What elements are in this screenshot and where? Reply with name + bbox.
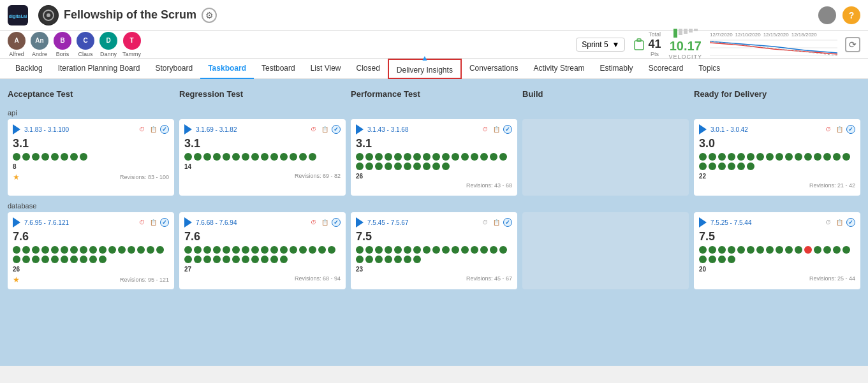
- card-api-performance-header: 3.1.43 - 3.1.68 ⏱ 📋 ✓: [356, 124, 512, 134]
- card-num-api-reg: 3.1: [184, 137, 341, 150]
- star-icon-api-acc: ★: [13, 173, 20, 182]
- tab-taskboard[interactable]: Taskboard: [200, 59, 254, 79]
- card-db-performance-header: 7.5.45 - 7.5.67 ⏱ 📋 ✓: [356, 217, 512, 228]
- card-version-range-db-reg: 7.6.68 - 7.6.94: [196, 219, 237, 226]
- doc-icon-api-ready: 📋: [835, 125, 844, 134]
- card-db-ready-header: 7.5.25 - 7.5.44 ⏱ 📋 ✓: [699, 217, 855, 228]
- tab-scorecard[interactable]: Scorecard: [641, 59, 691, 79]
- tab-list-view[interactable]: List View: [303, 59, 349, 79]
- pts-block: Total 41 Pts: [633, 31, 661, 57]
- card-version-range-db-acc: 7.6.95 - 7.6.121: [24, 219, 69, 226]
- section-database-row: 7.6.95 - 7.6.121 ⏱ 📋 ✓ 7.6 26 ★ Revision…: [8, 212, 860, 292]
- doc-icon-db-perf: 📋: [492, 218, 501, 227]
- card-revisions-api-reg: Revisions: 69 - 82: [295, 173, 341, 179]
- avatar-alfred-img: A: [8, 32, 26, 50]
- help-icon[interactable]: ?: [842, 6, 860, 24]
- digital-ai-logo: digital.ai: [8, 5, 28, 25]
- pts-suffix: Pts: [651, 51, 659, 57]
- pts-value-block: Total 41 Pts: [648, 31, 661, 57]
- sprint-dropdown[interactable]: Sprint 5 ▼: [576, 38, 625, 52]
- avatar-danny-img: D: [99, 32, 117, 50]
- avatar-danny[interactable]: D Danny: [99, 32, 117, 57]
- dots-api-perf: [356, 153, 512, 170]
- card-api-build-empty: [522, 119, 689, 196]
- tab-storyboard[interactable]: Storyboard: [147, 59, 200, 79]
- card-footer-db-perf: Revisions: 45 - 67: [356, 275, 512, 282]
- card-num-api-acc: 3.1: [13, 137, 169, 150]
- card-version-range-api-reg: 3.1.69 - 3.1.82: [196, 126, 237, 133]
- col-header-build: Build: [522, 87, 689, 101]
- avatar-claus-label: Claus: [78, 51, 92, 57]
- card-api-performance[interactable]: 3.1.43 - 3.1.68 ⏱ 📋 ✓ 3.1 26 Revisions: …: [351, 119, 517, 196]
- card-db-regression[interactable]: 7.6.68 - 7.6.94 ⏱ 📋 ✓ 7.6 27 Revisions: …: [179, 212, 346, 289]
- clock-icon-db-reg: ⏱: [309, 218, 318, 227]
- svg-text:digital.ai: digital.ai: [9, 14, 27, 19]
- dots-db-ready: [699, 246, 855, 263]
- card-api-regression-header: 3.1.69 - 3.1.82 ⏱ 📋 ✓: [184, 124, 341, 134]
- col-header-ready-for-delivery: Ready for Delivery: [694, 87, 860, 101]
- sprint-selector: Sprint 5 ▼ Total 41 Pts 10.17 VEL: [576, 29, 860, 60]
- card-db-ready[interactable]: 7.5.25 - 7.5.44 ⏱ 📋 ✓ 7.5 20 Revisions: …: [694, 212, 860, 289]
- avatar-boris-img: B: [54, 32, 71, 50]
- card-footer-api-reg: Revisions: 69 - 82: [184, 173, 341, 179]
- main-board: Acceptance Test Regression Test Performa…: [0, 79, 868, 366]
- card-api-acceptance[interactable]: 3.1.83 - 3.1.100 ⏱ 📋 ✓ 3.1 8 ★ Revisions…: [8, 119, 174, 196]
- check-icon-db-reg: ✓: [332, 218, 341, 227]
- check-icon-api-acc: ✓: [160, 125, 169, 134]
- avatar-boris[interactable]: B Boris: [54, 32, 71, 57]
- tab-activity-stream[interactable]: Activity Stream: [526, 59, 592, 79]
- svg-rect-6: [637, 39, 641, 41]
- card-icons-db-acc: ⏱ 📋 ✓: [137, 218, 169, 227]
- tab-conversations[interactable]: Conversations: [462, 59, 526, 79]
- tab-delivery-insights[interactable]: ▲ Delivery Insights: [388, 59, 462, 79]
- card-revisions-api-ready: Revisions: 21 - 42: [809, 182, 855, 189]
- settings-icon[interactable]: ⚙: [202, 8, 217, 23]
- card-icons-db-reg: ⏱ 📋 ✓: [309, 218, 341, 227]
- card-footer-db-reg: Revisions: 68 - 94: [184, 275, 341, 282]
- card-icons-db-ready: ⏱ 📋 ✓: [823, 218, 855, 227]
- card-revisions-api-acc: Revisions: 83 - 100: [120, 174, 169, 180]
- doc-icon-db-reg: 📋: [320, 218, 329, 227]
- dots-db-reg: [184, 246, 341, 263]
- doc-icon-api-acc: 📋: [149, 125, 158, 134]
- card-revisions-db-acc: Revisions: 95 - 121: [120, 277, 169, 283]
- card-api-regression[interactable]: 3.1.69 - 3.1.82 ⏱ 📋 ✓ 3.1 14 Revisions: …: [179, 119, 346, 196]
- avatar-alfred[interactable]: A Alfred: [8, 32, 26, 57]
- avatar-andre-img: An: [31, 32, 48, 50]
- avatar-andre[interactable]: An Andre: [31, 32, 48, 57]
- card-version-range-api-perf: 3.1.43 - 3.1.68: [367, 126, 409, 133]
- tab-estimably[interactable]: Estimably: [592, 59, 641, 79]
- check-icon-api-ready: ✓: [846, 125, 855, 134]
- card-revisions-api-perf: Revisions: 43 - 68: [466, 182, 512, 189]
- avatar-tammy[interactable]: T Tammy: [122, 32, 141, 57]
- avatar-tammy-label: Tammy: [122, 51, 141, 57]
- tab-backlog[interactable]: Backlog: [8, 59, 50, 79]
- logo-area: digital.ai: [8, 5, 28, 25]
- star-icon-db-acc: ★: [13, 275, 20, 284]
- sprint-chevron: ▼: [612, 40, 620, 49]
- card-num-db-perf: 7.5: [356, 230, 512, 243]
- card-num-api-ready: 3.0: [699, 137, 855, 150]
- section-api-label: api: [8, 105, 860, 119]
- card-icons-api-reg: ⏱ 📋 ✓: [309, 125, 341, 134]
- doc-icon-api-reg: 📋: [320, 125, 329, 134]
- card-db-acceptance[interactable]: 7.6.95 - 7.6.121 ⏱ 📋 ✓ 7.6 26 ★ Revision…: [8, 212, 174, 289]
- avatar-andre-label: Andre: [32, 51, 47, 57]
- card-version-range-api-acc: 3.1.83 - 3.1.100: [24, 126, 69, 133]
- pts-number: 41: [648, 38, 661, 51]
- card-footer-api-acc: ★ Revisions: 83 - 100: [13, 173, 169, 182]
- tab-topics[interactable]: Topics: [691, 59, 728, 79]
- tab-closed[interactable]: Closed: [348, 59, 387, 79]
- card-db-performance[interactable]: 7.5.45 - 7.5.67 ⏱ 📋 ✓ 7.5 23 Revisions: …: [351, 212, 517, 289]
- card-api-ready[interactable]: 3.0.1 - 3.0.42 ⏱ 📋 ✓ 3.0 22 Revisions: 2…: [694, 119, 860, 196]
- avatar-claus-img: C: [77, 32, 94, 50]
- doc-icon-api-perf: 📋: [492, 125, 501, 134]
- tab-iteration-planning[interactable]: Iteration Planning Board: [50, 59, 148, 79]
- nav-tabs: Backlog Iteration Planning Board Storybo…: [0, 59, 868, 79]
- clock-icon-db-acc: ⏱: [137, 218, 146, 227]
- user-avatar-icon[interactable]: [818, 6, 836, 24]
- doc-icon-db-acc: 📋: [149, 218, 158, 227]
- tab-testboard[interactable]: Testboard: [254, 59, 303, 79]
- avatar-claus[interactable]: C Claus: [77, 32, 94, 57]
- refresh-icon[interactable]: ⟳: [845, 37, 860, 52]
